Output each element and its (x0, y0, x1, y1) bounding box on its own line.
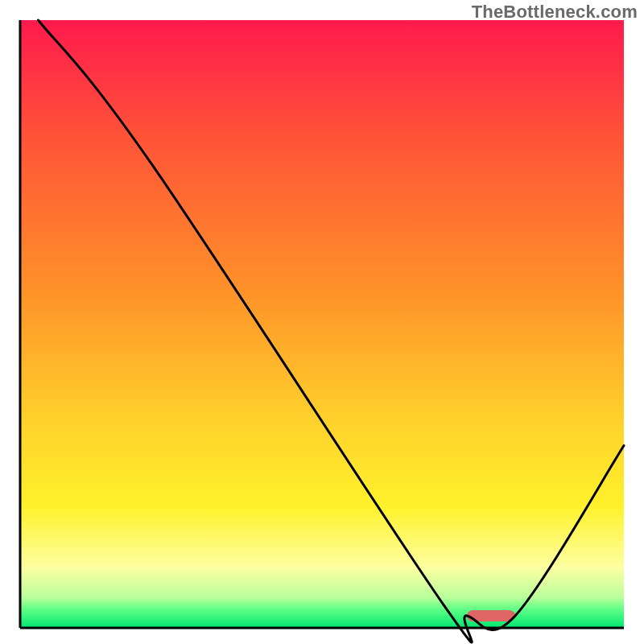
chart-container: TheBottleneck.com (0, 0, 644, 644)
bottleneck-chart (0, 0, 644, 644)
plot-background (20, 20, 624, 628)
watermark-text: TheBottleneck.com (472, 2, 638, 23)
